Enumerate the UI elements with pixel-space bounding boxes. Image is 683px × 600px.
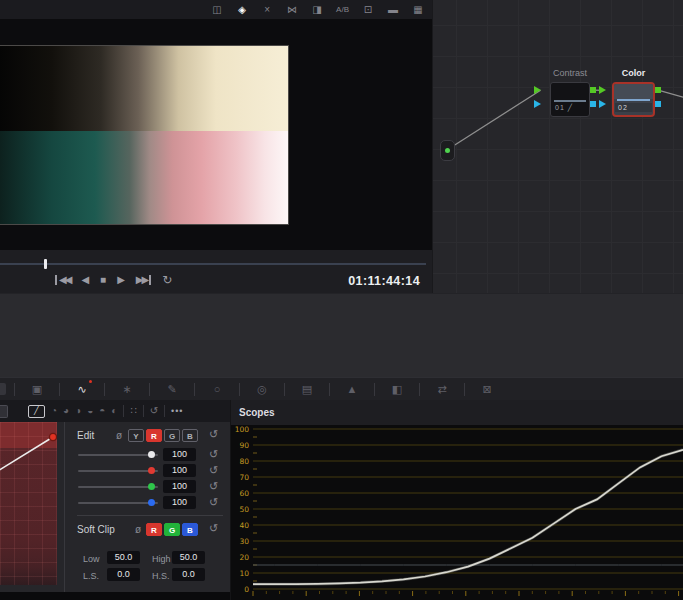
- curve-editor[interactable]: [0, 422, 57, 585]
- svg-text:10: 10: [239, 569, 249, 578]
- blue-slider-knob[interactable]: [148, 499, 155, 506]
- blue-value[interactable]: 100: [163, 496, 196, 509]
- scrub-bar[interactable]: [0, 263, 426, 265]
- master-slider[interactable]: [78, 454, 158, 456]
- qualifier-icon[interactable]: ✎: [150, 384, 194, 395]
- play-forward-button[interactable]: ▶: [117, 275, 125, 285]
- green-value[interactable]: 100: [163, 480, 196, 493]
- node-contrast-key-input-port[interactable]: [534, 100, 541, 108]
- source-node[interactable]: [440, 140, 455, 161]
- node-contrast[interactable]: 01 ╱: [550, 82, 590, 117]
- first-frame-button[interactable]: ◀◀: [55, 275, 70, 285]
- power-window-icon[interactable]: ○: [195, 384, 239, 395]
- custom-curves-icon[interactable]: ╱: [28, 405, 45, 418]
- ls-field[interactable]: 0.0: [107, 568, 140, 581]
- node-contrast-key-output-port[interactable]: [590, 101, 596, 107]
- soft-clip-b-button[interactable]: B: [182, 523, 198, 536]
- curve-control-point[interactable]: [49, 433, 56, 440]
- master-slider-knob[interactable]: [148, 451, 155, 458]
- curves-palette-icon[interactable]: ∿: [60, 384, 104, 395]
- node-color-key-output-port[interactable]: [655, 101, 661, 107]
- link-channels-icon[interactable]: ø: [116, 430, 122, 441]
- svg-text:20: 20: [239, 553, 249, 562]
- channel-r-button[interactable]: R: [146, 429, 162, 442]
- clipped-curve-icon[interactable]: [0, 405, 8, 418]
- viewer: [0, 19, 432, 250]
- transport-bar: ◀◀ ◀ ■ ▶ ▶▶ ↻ 01:11:44:14: [0, 250, 432, 293]
- play-reverse-button[interactable]: ◀: [81, 275, 89, 285]
- ab-compare-icon[interactable]: A/B: [336, 6, 349, 14]
- full-viewer-icon[interactable]: ▬: [387, 5, 399, 15]
- clipped-palette-icon[interactable]: [0, 383, 6, 395]
- red-reset-icon[interactable]: ↺: [209, 465, 218, 476]
- scopes-plot-svg: 0102030405060708090100: [231, 425, 683, 600]
- loop-button[interactable]: ↻: [162, 274, 172, 286]
- stereo-3d-icon[interactable]: ⊠: [465, 384, 509, 395]
- enhanced-viewer-icon[interactable]: ⊡: [362, 5, 374, 15]
- node-divider: [617, 99, 650, 101]
- master-reset-icon[interactable]: ↺: [209, 449, 218, 460]
- red-slider-knob[interactable]: [148, 467, 155, 474]
- tracker-icon[interactable]: ◎: [240, 384, 284, 395]
- lum-vs-sat-icon[interactable]: ◒: [87, 406, 93, 416]
- split-screen-icon[interactable]: ◫: [211, 5, 223, 15]
- node-color[interactable]: 02: [612, 82, 655, 117]
- last-frame-button[interactable]: ▶▶: [136, 275, 151, 285]
- stop-button[interactable]: ■: [100, 275, 106, 285]
- soft-clip-r-button[interactable]: R: [146, 523, 162, 536]
- hs-field[interactable]: 0.0: [172, 568, 205, 581]
- node-contrast-rgb-input-port[interactable]: [534, 86, 541, 94]
- transform-icon[interactable]: ◈: [236, 5, 248, 15]
- green-slider[interactable]: [78, 486, 158, 488]
- scopes-header[interactable]: Scopes: [231, 400, 683, 425]
- hue-vs-hue-icon[interactable]: ◔: [51, 406, 57, 416]
- blur-icon[interactable]: ▲: [330, 384, 374, 395]
- node-contrast-rgb-output-port[interactable]: [590, 87, 596, 93]
- sat-vs-lum-icon[interactable]: ◐: [111, 406, 117, 416]
- image-compare-icon[interactable]: ◨: [311, 5, 323, 15]
- red-slider[interactable]: [78, 470, 158, 472]
- timecode-display: 01:11:44:14: [348, 274, 420, 288]
- panel-divider: [64, 422, 65, 592]
- soft-clip-reset-icon[interactable]: ↺: [209, 523, 218, 534]
- low-field[interactable]: 50.0: [107, 551, 140, 564]
- channel-b-button[interactable]: B: [182, 429, 198, 442]
- sat-vs-sat-icon[interactable]: ◓: [99, 406, 105, 416]
- zoom-off-icon[interactable]: ×: [261, 5, 273, 15]
- green-reset-icon[interactable]: ↺: [209, 481, 218, 492]
- color-warper-icon[interactable]: ∗: [105, 384, 149, 395]
- wipe-compare-icon[interactable]: ⋈: [286, 5, 298, 15]
- high-label: High: [152, 554, 171, 564]
- key-icon[interactable]: ◧: [375, 384, 419, 395]
- soft-clip-g-button[interactable]: G: [164, 523, 180, 536]
- sizing-icon[interactable]: ⇄: [420, 384, 464, 395]
- low-label: Low: [83, 554, 100, 564]
- magic-mask-icon[interactable]: ▤: [285, 384, 329, 395]
- curves-options-icon[interactable]: •••: [171, 406, 183, 416]
- node-color-rgb-output-port[interactable]: [655, 87, 661, 93]
- hue-vs-sat-icon[interactable]: ◕: [63, 406, 69, 416]
- link-soft-clip-icon[interactable]: ø: [135, 524, 141, 535]
- red-value[interactable]: 100: [163, 464, 196, 477]
- hue-vs-lum-icon[interactable]: ◑: [75, 406, 81, 416]
- blue-reset-icon[interactable]: ↺: [209, 497, 218, 508]
- curves-reset-icon[interactable]: ↺: [150, 406, 158, 416]
- scopes-title: Scopes: [239, 407, 275, 418]
- channel-y-button[interactable]: Y: [128, 429, 144, 442]
- node-thumbnail: [614, 84, 653, 99]
- svg-text:100: 100: [235, 425, 250, 434]
- green-slider-knob[interactable]: [148, 483, 155, 490]
- gallery-stills-icon[interactable]: ▣: [15, 384, 59, 395]
- node-contrast-title: Contrast: [550, 68, 590, 78]
- master-value[interactable]: 100: [163, 448, 196, 461]
- node-graph[interactable]: Contrast 01 ╱ Color 02: [432, 0, 683, 293]
- edit-reset-icon[interactable]: ↺: [209, 429, 218, 440]
- blue-slider[interactable]: [78, 502, 158, 504]
- high-field[interactable]: 50.0: [172, 551, 205, 564]
- lightbox-icon[interactable]: ▦: [412, 5, 424, 15]
- node-color-key-input-port[interactable]: [599, 100, 606, 108]
- channel-g-button[interactable]: G: [164, 429, 180, 442]
- curve-intensity-icon[interactable]: ∷: [130, 406, 136, 416]
- playhead[interactable]: [44, 259, 47, 269]
- node-color-rgb-input-port[interactable]: [599, 86, 606, 94]
